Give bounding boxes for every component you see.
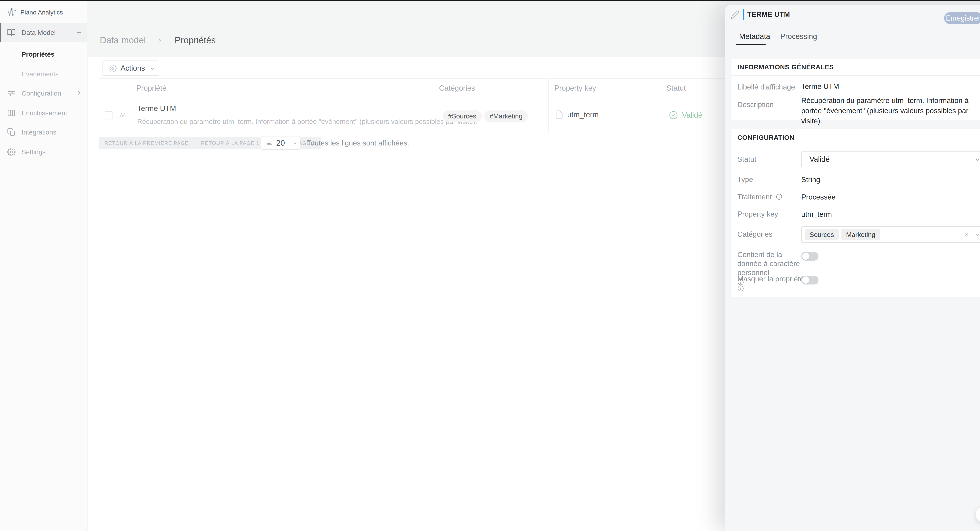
chevron-right-icon [76,90,82,96]
sidebar-item-label: Evénements [22,65,59,83]
sidebar-item-proprietes[interactable]: Propriétés [0,45,87,63]
column-header-property-key: Property key [554,78,596,98]
info-icon[interactable] [737,285,744,292]
category-tags: #Sources #Marketing [442,111,528,122]
columns-icon [7,109,16,117]
type-value: String [801,174,820,185]
column-header-propriete: Propriété [136,78,166,98]
traitement-value: Processée [801,192,835,202]
rocket-fab-button[interactable] [976,507,980,522]
sidebar: Piano Analytics Data Model Propriétés Ev… [0,1,88,531]
section-divider [732,75,980,76]
pencil-icon[interactable] [731,10,740,19]
go-page-1-button[interactable]: RETOUR À LA PAGE 1 [195,137,266,149]
copy-icon [7,128,16,136]
pagination-summary: Toutes les lignes sont affichées. [307,137,409,149]
clear-icon[interactable] [964,232,969,237]
property-detail-panel: TERME UTM Enregistrer Metadata Processin… [725,5,980,531]
sidebar-item-integrations[interactable]: Intégrations [0,123,87,141]
statut-label: Statut [737,155,756,164]
hide-property-label: Masquer la propriété [737,274,804,293]
tab-metadata[interactable]: Metadata [739,29,770,43]
categories-label: Catégories [737,230,772,239]
breadcrumb-parent[interactable]: Data model [100,34,146,46]
column-divider [662,78,662,132]
save-button[interactable]: Enregistrer [944,12,980,24]
hide-property-toggle[interactable] [801,276,818,284]
selected-categories: Sources Marketing [805,229,880,240]
sidebar-item-label: Settings [22,143,46,161]
statut-select-value: Validé [810,152,830,167]
description-value: Récupération du paramètre utm_term. Info… [801,95,980,126]
brand[interactable]: Piano Analytics [0,5,87,19]
section-divider [732,146,980,146]
page-size-value: 20 [276,136,285,149]
active-tab-underline [736,44,765,45]
type-label: Type [737,175,753,184]
processed-property-icon [118,111,127,120]
page-size-select[interactable]: 20 [261,136,301,150]
section-title: CONFIGURATION [737,129,794,146]
gear-icon [109,65,117,73]
display-label-value: Terme UTM [801,81,839,92]
sidebar-item-label: Enrichissement [22,103,67,122]
sidebar-item-label: Configuration [22,84,61,103]
check-circle-icon [669,111,678,120]
column-header-categories: Catégories [439,78,475,98]
category-tag: #Marketing [484,111,528,122]
personal-data-toggle[interactable] [801,252,818,261]
column-divider [549,78,549,132]
traitement-label: Traitement [737,192,783,201]
sidebar-item-enrichissement[interactable]: Enrichissement [0,103,87,122]
panel-title[interactable]: TERME UTM [747,5,790,24]
info-icon[interactable] [776,193,783,200]
top-hairline [0,0,980,1]
piano-analytics-logo-icon [7,7,18,17]
collapse-minus-icon[interactable] [76,30,82,35]
configuration-card: CONFIGURATION Statut Validé Type String … [732,129,980,297]
row-checkbox[interactable] [105,111,113,119]
category-chip[interactable]: Marketing [842,229,880,240]
sidebar-item-label: Data Model [22,23,56,42]
brand-name: Piano Analytics [21,5,63,19]
sidebar-item-evenements[interactable]: Evénements [0,65,87,83]
statut-select[interactable]: Validé [801,151,980,167]
sidebar-item-data-model[interactable]: Data Model [0,23,87,42]
edit-caret [743,10,745,20]
property-key-value: utm_term [801,209,832,219]
chevron-down-icon [150,66,155,71]
category-tag: #Sources [442,111,482,122]
property-key-label: Property key [737,210,778,219]
actions-button[interactable]: Actions [102,60,159,76]
sidebar-item-label: Intégrations [22,123,56,141]
gear-icon [7,147,16,156]
property-key-value: utm_term [567,110,598,119]
page-title: Propriétés [175,34,216,46]
app-screen: Piano Analytics Data Model Propriétés Ev… [0,0,980,531]
property-title[interactable]: Terme UTM [137,105,176,113]
categories-multiselect[interactable]: Sources Marketing [801,226,980,243]
sidebar-item-settings[interactable]: Settings [0,143,87,161]
property-description: Récupération du paramètre utm_term. Info… [137,118,477,125]
chevron-down-icon [975,157,980,162]
tab-processing[interactable]: Processing [780,29,817,43]
category-chip[interactable]: Sources [805,229,839,240]
section-title: INFORMATIONS GÉNÉRALES [737,59,834,75]
sidebar-item-configuration[interactable]: Configuration [0,84,87,103]
list-icon [266,140,273,147]
go-first-page-button[interactable]: RETOUR À LA PREMIÈRE PAGE [99,137,195,149]
sidebar-item-label: Propriétés [22,45,54,63]
display-label-label: Libellé d'affichage [737,82,795,92]
informations-generales-card: INFORMATIONS GÉNÉRALES Libellé d'afficha… [732,59,980,120]
status-badge: Validé [682,111,702,120]
description-label: Description [737,100,773,109]
breadcrumb-separator: › [159,34,161,46]
file-icon [555,110,564,119]
book-open-icon [7,28,16,37]
chevron-down-icon[interactable] [975,232,980,237]
chevron-down-icon [293,141,297,146]
actions-button-label: Actions [121,61,145,75]
column-header-statut: Statut [667,78,686,98]
sliders-icon [7,89,16,98]
